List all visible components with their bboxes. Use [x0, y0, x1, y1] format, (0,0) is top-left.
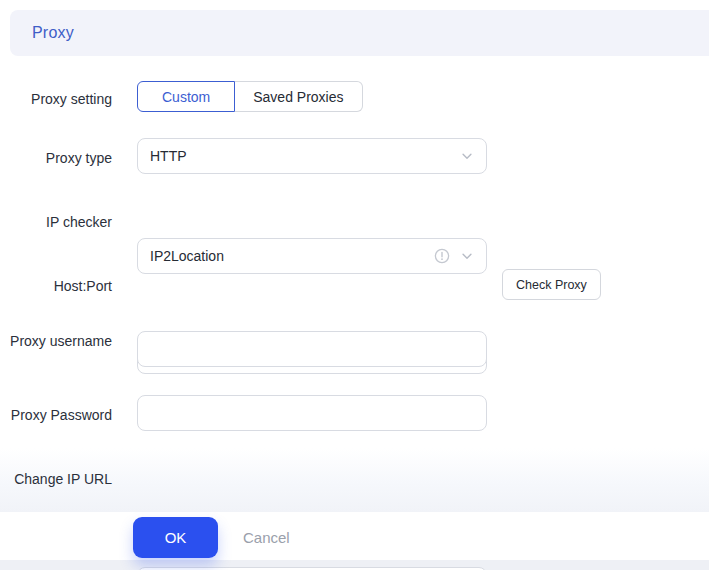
proxy-type-value: HTTP	[150, 148, 187, 164]
ip-checker-value: IP2Location	[150, 248, 224, 264]
proxy-setting-segmented-control: Custom Saved Proxies	[137, 81, 487, 112]
dialog-header: Proxy	[10, 10, 709, 56]
chevron-down-icon	[460, 149, 474, 163]
proxy-username-label: Proxy username	[0, 331, 112, 352]
proxy-setting-label: Proxy setting	[0, 89, 112, 110]
ip-checker-select[interactable]: IP2Location	[137, 238, 487, 274]
proxy-password-label: Proxy Password	[0, 405, 112, 426]
proxy-password-input[interactable]	[137, 395, 487, 431]
proxy-setting-option-custom[interactable]: Custom	[137, 81, 235, 112]
check-proxy-button[interactable]: Check Proxy	[502, 269, 601, 300]
ok-button[interactable]: OK	[133, 517, 218, 558]
info-icon[interactable]	[434, 248, 450, 264]
proxy-username-input[interactable]	[137, 331, 487, 367]
proxy-setting-option-custom-label: Custom	[162, 89, 210, 105]
page-title: Proxy	[32, 24, 74, 42]
chevron-down-icon	[460, 249, 474, 263]
proxy-type-label: Proxy type	[0, 148, 112, 169]
proxy-setting-option-saved-proxies[interactable]: Saved Proxies	[235, 81, 362, 112]
proxy-dialog: Proxy Proxy setting Custom Saved Proxies…	[0, 0, 709, 570]
proxy-setting-option-saved-proxies-label: Saved Proxies	[253, 89, 343, 105]
cancel-button[interactable]: Cancel	[243, 517, 290, 558]
ip-checker-label: IP checker	[0, 212, 112, 233]
host-port-label: Host:Port	[0, 276, 112, 297]
proxy-type-select[interactable]: HTTP	[137, 138, 487, 174]
change-ip-url-label: Change IP URL	[0, 469, 112, 490]
